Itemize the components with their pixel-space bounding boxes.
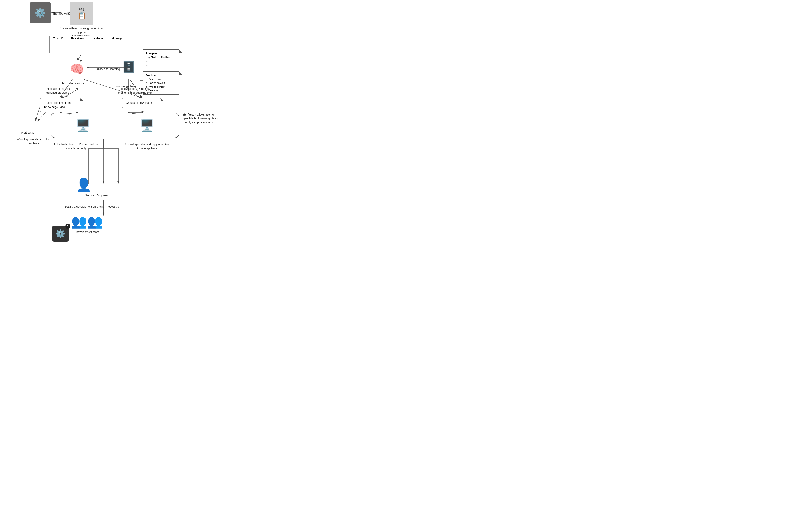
interface-label: Interface: it allows user toreplenish th…: [182, 113, 232, 124]
problem-line1: 1. Description.: [146, 77, 176, 81]
log-icon: 📋: [78, 11, 86, 20]
examples-line2: ...: [146, 59, 176, 63]
table-row: [50, 49, 126, 53]
svg-line-21: [137, 96, 141, 98]
col-timestamp: Timestamp: [67, 36, 88, 41]
trace-problems-card: Trace: Problems from Knowledge Base: [40, 98, 81, 112]
examples-line3: ...: [146, 63, 176, 67]
keeps-identifying-label: It keeps Identifying newproblems and gro…: [113, 87, 158, 95]
ml-system-label: ML-based system: [62, 82, 84, 86]
app-gear-icon: ⚙️: [30, 2, 51, 23]
table-row: [50, 41, 126, 45]
database-icon: 🗄️: [122, 59, 136, 75]
alert-badge: 1: [65, 224, 70, 229]
svg-line-20: [61, 96, 68, 98]
monitor-right-icon: 🖥️: [138, 117, 156, 134]
groups-card-title: Groups of new chains: [126, 101, 157, 105]
groups-new-chains-card: Groups of new chains: [122, 98, 161, 108]
examples-line1: Log Chain — Problem: [146, 55, 176, 59]
dev-team-label: Development team: [76, 230, 99, 234]
problem-line2: 2. How to solve it: [146, 81, 176, 85]
dev-team-icon: 👥👥: [71, 214, 103, 229]
svg-line-33: [77, 55, 81, 60]
alert-system-icon: ⚙️ 1: [52, 225, 68, 242]
alert-system-label: Alert system: [21, 131, 36, 135]
analyzing-chains-label: Analyzing chains and supplementing knowl…: [124, 143, 170, 151]
svg-line-25: [36, 106, 40, 120]
monitor-left-icon: 🖥️: [74, 117, 92, 134]
ml-gear-icon: 🧠: [68, 60, 86, 78]
examples-doc: Examples: Log Chain — Problem ... ...: [143, 50, 179, 69]
log-label: Log: [79, 7, 84, 10]
col-username: UserName: [88, 36, 108, 41]
support-engineer-icon: 👤: [76, 177, 92, 192]
dev-task-label: Setting a development task, when necessa…: [64, 205, 120, 209]
col-trace-id: Trace ID: [50, 36, 67, 41]
diagram: ⚙️ The app writes logs Log 📋 Chains with…: [0, 0, 406, 255]
log-box: Log 📋: [70, 2, 93, 25]
trace-card-title: Trace: Problems from Knowledge Base: [44, 101, 77, 109]
informing-label: Informing user about critical problems: [14, 138, 53, 145]
selectively-checking-label: Selectively checking if a comparison is …: [53, 143, 99, 151]
table-row: [50, 45, 126, 49]
chain-compares-label: The chain comparesidentified problems: [45, 87, 70, 95]
examples-title: Examples:: [146, 52, 176, 55]
col-message: Message: [108, 36, 126, 41]
support-engineer-label: Support Engineer: [85, 193, 108, 197]
used-for-learning-label: Used for learning: [99, 67, 120, 71]
interface-panel: 🖥️ 🖥️: [51, 113, 179, 138]
trace-table: Trace ID Timestamp UserName Message: [50, 36, 126, 53]
problem-title: Problem:: [146, 74, 176, 77]
